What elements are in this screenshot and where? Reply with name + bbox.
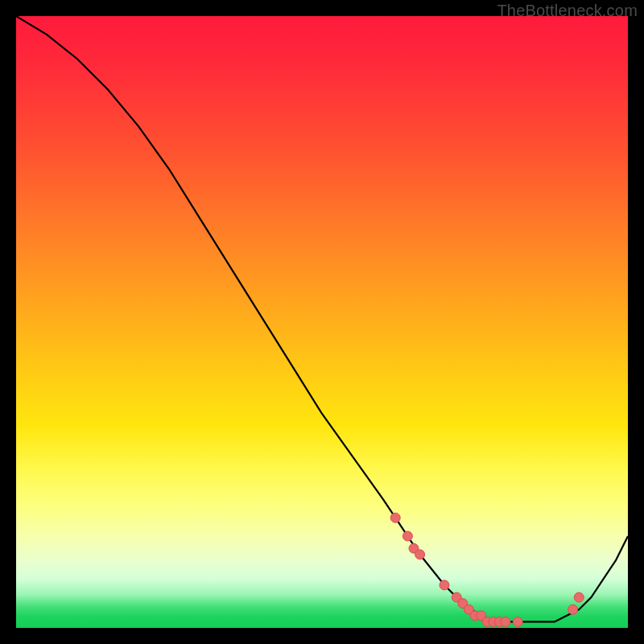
data-marker [415, 550, 425, 559]
data-marker [402, 531, 412, 541]
chart-plot-area [16, 16, 628, 628]
marker-group [390, 513, 584, 626]
data-marker [390, 513, 400, 522]
data-marker [501, 617, 510, 626]
bottleneck-curve [16, 16, 628, 621]
data-marker [568, 605, 578, 614]
data-marker [574, 592, 584, 602]
data-marker [440, 580, 449, 590]
watermark-text: TheBottleneck.com [497, 2, 638, 20]
chart-frame: TheBottleneck.com [0, 0, 644, 644]
data-marker [513, 617, 522, 626]
chart-svg [16, 16, 628, 628]
